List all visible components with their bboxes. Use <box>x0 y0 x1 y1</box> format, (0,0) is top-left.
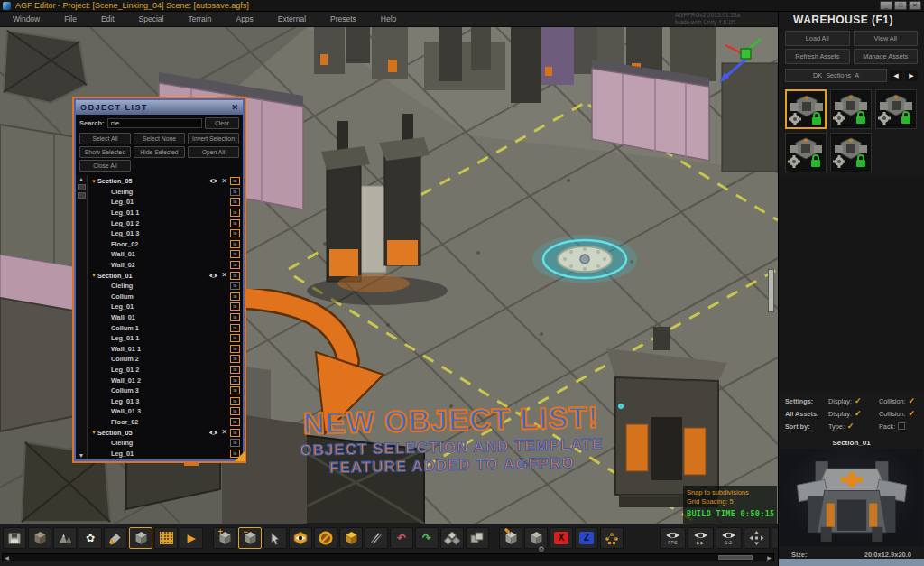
tree-row[interactable]: ▼Section_05✕ta <box>88 427 243 438</box>
template-icon[interactable]: ta <box>230 292 240 301</box>
tree-row[interactable]: Collum 3ta <box>88 385 243 396</box>
cube-pair-button[interactable] <box>466 527 489 549</box>
pack-next-button[interactable]: ▶ <box>905 70 918 81</box>
manage-assets-button[interactable]: Manage Assets <box>854 49 919 64</box>
close-icon[interactable]: ✕ <box>231 103 238 112</box>
template-icon[interactable]: ta <box>230 418 240 426</box>
template-icon[interactable]: ta <box>230 407 240 415</box>
expand-caret-icon[interactable]: ▼ <box>90 179 97 184</box>
menu-help[interactable]: Help <box>381 14 396 23</box>
asset-thumbnail[interactable] <box>875 89 917 129</box>
tree-row[interactable]: Leg_01ta <box>88 302 243 312</box>
play-button[interactable]: ▶ <box>180 527 203 549</box>
tree-row[interactable]: Floor_02ta <box>88 239 243 250</box>
search-input[interactable] <box>107 118 202 128</box>
save-button[interactable] <box>3 527 26 549</box>
scrollbar-thumb[interactable] <box>78 192 86 199</box>
tree-row[interactable]: Leg_01ta <box>88 448 243 459</box>
tree-row[interactable]: ▼Section_01✕ta <box>88 270 243 281</box>
no-entry-button[interactable] <box>314 527 337 549</box>
template-icon[interactable]: ta <box>230 177 240 185</box>
asset-thumbnail[interactable] <box>830 133 872 172</box>
tree-row[interactable]: Cielingta <box>88 281 243 292</box>
object-list-scrollbar[interactable]: ▲ ▼ <box>76 175 88 459</box>
asset-thumbnail[interactable] <box>785 133 827 172</box>
visibility-button[interactable] <box>289 527 312 549</box>
restore-button[interactable]: □ <box>894 1 907 10</box>
tree-row[interactable]: Wall_01ta <box>88 249 243 260</box>
tree-row[interactable]: Collum 1ta <box>88 322 243 333</box>
template-icon[interactable]: ta <box>230 386 240 394</box>
template-icon[interactable]: ta <box>230 250 240 258</box>
template-icon[interactable]: ta <box>230 302 240 311</box>
delete-x-icon[interactable]: ✕ <box>221 178 227 185</box>
asset-preview-3d[interactable] <box>780 449 923 546</box>
tree-row[interactable]: Leg_01 2ta <box>88 365 243 376</box>
pack-prev-button[interactable]: ◀ <box>890 70 902 81</box>
tree-row[interactable]: Leg_01 3ta <box>88 228 243 239</box>
delete-x-icon[interactable]: ✕ <box>221 272 227 279</box>
gold-cube-button[interactable] <box>339 527 363 549</box>
template-icon[interactable]: ta <box>230 345 240 353</box>
terrain-button[interactable] <box>53 527 77 549</box>
scrollbar-thumb[interactable] <box>78 184 86 190</box>
refresh-assets-button[interactable]: Refresh Assets <box>785 49 850 64</box>
cube-remove-button[interactable]: − <box>238 527 262 549</box>
checkmark-icon[interactable]: ✓ <box>909 397 916 404</box>
delete-x-icon[interactable]: ✕ <box>221 429 227 436</box>
tree-row[interactable]: Collumta <box>88 292 243 302</box>
minimize-button[interactable]: _ <box>880 1 892 10</box>
tree-row[interactable]: ▼Section_05✕ta <box>88 176 243 187</box>
scroll-down-icon[interactable]: ▼ <box>79 452 85 459</box>
checkmark-icon[interactable]: ✓ <box>855 410 862 417</box>
tree-row[interactable]: Wall_01 1ta <box>88 344 243 355</box>
template-icon[interactable]: ta <box>230 219 240 227</box>
checkbox-empty[interactable] <box>898 422 905 430</box>
delete-x-button[interactable]: X <box>550 527 573 549</box>
template-icon[interactable]: ta <box>230 397 240 405</box>
visibility-eye-icon[interactable] <box>208 430 218 436</box>
view-all-button[interactable]: View All <box>854 31 919 46</box>
object-list-header[interactable]: OBJECT LIST ✕ <box>76 100 243 115</box>
template-icon[interactable]: ta <box>230 198 240 206</box>
tree-row[interactable]: Wall_01 3ta <box>88 406 243 417</box>
menu-special[interactable]: Special <box>139 14 164 23</box>
particles-button[interactable] <box>600 527 624 549</box>
hide-selected-button[interactable]: Hide Selected <box>134 146 185 158</box>
cursor-button[interactable] <box>263 527 287 549</box>
tree-row[interactable]: Leg_01 2ta <box>88 218 243 228</box>
tree-row[interactable]: Floor_02ta <box>88 417 243 428</box>
template-icon[interactable]: ta <box>230 282 240 290</box>
tree-row[interactable]: Cielingta <box>88 187 243 198</box>
visibility-eye-icon[interactable] <box>208 178 218 184</box>
menu-terrain[interactable]: Terrain <box>188 14 211 23</box>
tree-row[interactable]: Collum 2ta <box>88 354 243 365</box>
template-icon[interactable]: ta <box>230 272 240 280</box>
menu-external[interactable]: External <box>278 14 306 23</box>
template-icon[interactable]: ta <box>230 240 240 248</box>
grid-button[interactable] <box>154 527 178 549</box>
cube-gear-button[interactable]: ⚙ <box>524 527 548 549</box>
undo-button[interactable]: ↶ <box>390 527 413 549</box>
clear-button[interactable]: Clear <box>205 117 239 129</box>
menu-apps[interactable]: Apps <box>236 14 253 23</box>
menu-edit[interactable]: Edit <box>101 14 115 23</box>
pack-selector[interactable]: DK_Sections_A <box>785 69 887 82</box>
open-all-button[interactable]: Open All <box>188 146 239 158</box>
playback-view-button[interactable]: ▶▶ <box>688 527 714 549</box>
scroll-up-icon[interactable]: ▲ <box>79 176 85 182</box>
template-icon[interactable]: ta <box>230 313 240 321</box>
template-icon[interactable]: ta <box>230 429 240 437</box>
toolbar-scrollbar[interactable]: ◀ ▶ <box>2 553 774 561</box>
show-selected-button[interactable]: Show Selected <box>79 146 131 158</box>
close-button[interactable]: ✕ <box>909 1 921 10</box>
pan-view-button[interactable] <box>744 527 770 549</box>
tree-row[interactable]: Leg_01 1ta <box>88 208 243 218</box>
rock-button[interactable] <box>28 527 51 549</box>
invert-selection-button[interactable]: Invert Selection <box>188 133 239 144</box>
select-all-button[interactable]: Select All <box>79 133 131 144</box>
expand-caret-icon[interactable]: ▼ <box>90 273 97 278</box>
scroll-left-icon[interactable]: ◀ <box>3 554 11 561</box>
tree-row[interactable]: Leg_01 3ta <box>88 395 243 406</box>
tree-row[interactable]: Leg_01 1ta <box>88 459 243 459</box>
